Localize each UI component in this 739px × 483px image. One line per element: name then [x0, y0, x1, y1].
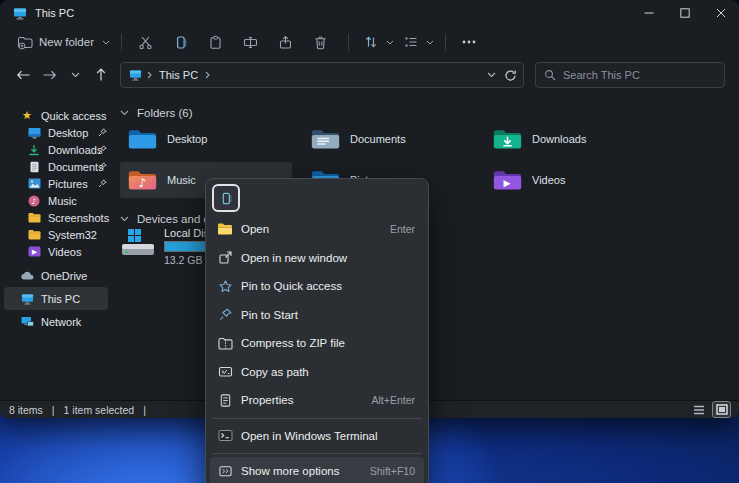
- titlebar: This PC: [0, 0, 739, 26]
- music-folder-icon: ♪: [127, 167, 158, 193]
- svg-text:♪: ♪: [138, 176, 146, 190]
- context-menu-item-open[interactable]: Open Enter: [210, 215, 424, 244]
- this-pc-icon: [129, 69, 142, 81]
- breadcrumb-this-pc[interactable]: This PC: [157, 69, 200, 81]
- devices-section-header[interactable]: Devices and dri: [120, 213, 216, 225]
- copy-icon: [219, 191, 233, 206]
- zip-folder-icon: [217, 337, 233, 350]
- paste-icon: [208, 35, 223, 50]
- paste-button[interactable]: [202, 29, 229, 55]
- sidebar-item-videos[interactable]: ▶ Videos: [0, 243, 112, 260]
- close-button[interactable]: [703, 0, 739, 26]
- window-controls: [631, 0, 739, 26]
- sidebar-item-network[interactable]: Network: [0, 313, 112, 330]
- sort-button[interactable]: [359, 29, 399, 55]
- view-button[interactable]: [399, 29, 439, 55]
- documents-folder-icon: [310, 126, 341, 152]
- desktop-icon: [27, 127, 41, 139]
- share-button[interactable]: [272, 29, 299, 55]
- chevron-down-icon: [120, 110, 129, 116]
- music-icon: ♪: [27, 195, 41, 207]
- this-pc-icon: [13, 7, 27, 20]
- context-menu-separator: [212, 453, 422, 454]
- toolbar-divider: [121, 34, 122, 51]
- context-menu-item-pin-to-start[interactable]: Pin to Start: [210, 301, 424, 330]
- desktop-folder-icon: [127, 126, 158, 152]
- sidebar-item-music[interactable]: ♪ Music: [0, 192, 112, 209]
- sidebar-item-onedrive[interactable]: OneDrive: [0, 267, 112, 284]
- see-more-button[interactable]: [456, 29, 483, 55]
- sidebar-item-pictures[interactable]: Pictures: [0, 175, 112, 192]
- sidebar-item-documents[interactable]: Documents: [0, 158, 112, 175]
- rename-button[interactable]: [237, 29, 264, 55]
- status-separator: |: [143, 404, 146, 416]
- large-icons-view-icon: [716, 404, 728, 415]
- copy-action-button[interactable]: [212, 184, 240, 212]
- context-menu-item-properties[interactable]: Properties Alt+Enter: [210, 386, 424, 415]
- sidebar-item-screenshots[interactable]: Screenshots: [0, 209, 112, 226]
- navigation-bar: This PC: [0, 58, 739, 96]
- terminal-icon: [217, 429, 233, 442]
- tile-videos[interactable]: ▶ Videos: [485, 162, 657, 198]
- videos-folder-icon: ▶: [492, 167, 523, 193]
- copy-icon: [173, 35, 188, 50]
- delete-button[interactable]: [307, 29, 334, 55]
- sidebar-item-this-pc[interactable]: This PC: [4, 287, 108, 310]
- open-new-window-icon: [217, 250, 233, 265]
- pin-icon: [98, 162, 107, 171]
- new-folder-button[interactable]: New folder: [12, 29, 115, 55]
- cut-button[interactable]: [132, 29, 159, 55]
- status-separator: |: [52, 404, 55, 416]
- folders-section-header[interactable]: Folders (6): [120, 107, 193, 119]
- breadcrumb-chevron-icon: [147, 71, 152, 79]
- up-button[interactable]: [88, 62, 114, 88]
- new-folder-label: New folder: [39, 36, 94, 48]
- sidebar-item-desktop[interactable]: Desktop: [0, 124, 112, 141]
- pin-icon: [98, 179, 107, 188]
- desktop: { "titlebar": { "title": "This PC" }, "t…: [0, 0, 739, 483]
- sidebar-item-system32[interactable]: System32: [0, 226, 112, 243]
- maximize-button[interactable]: [667, 0, 703, 26]
- address-bar[interactable]: This PC: [120, 62, 524, 88]
- context-menu-item-show-more-options[interactable]: Show more options Shift+F10: [210, 457, 424, 483]
- context-menu-item-open-in-windows-terminal[interactable]: Open in Windows Terminal: [210, 422, 424, 451]
- show-more-options-icon: [217, 464, 233, 478]
- large-icons-view-button[interactable]: [713, 402, 730, 417]
- context-menu-item-copy-as-path[interactable]: Copy as path: [210, 358, 424, 387]
- tile-desktop[interactable]: Desktop: [120, 121, 292, 157]
- context-menu-icon-row: [210, 183, 424, 215]
- toolbar-divider: [348, 34, 349, 51]
- new-folder-icon: [17, 35, 33, 50]
- network-icon: [20, 316, 34, 328]
- sidebar-item-quick-access[interactable]: ★ Quick access: [0, 107, 112, 124]
- context-menu-item-pin-to-quick-access[interactable]: Pin to Quick access: [210, 272, 424, 301]
- see-more-icon: [462, 40, 476, 44]
- navigation-pane: ★ Quick access Desktop Downloads Documen…: [0, 96, 112, 400]
- back-button[interactable]: [10, 62, 36, 88]
- chevron-down-icon: [120, 216, 129, 222]
- recent-locations-button[interactable]: [62, 62, 88, 88]
- search-input[interactable]: [563, 69, 716, 81]
- sidebar-item-downloads[interactable]: Downloads: [0, 141, 112, 158]
- refresh-icon[interactable]: [504, 69, 517, 82]
- context-menu-item-compress-to-zip[interactable]: Compress to ZIP file: [210, 329, 424, 358]
- context-menu-item-open-in-new-window[interactable]: Open in new window: [210, 244, 424, 273]
- items-count: 8 items: [9, 404, 43, 416]
- copy-button[interactable]: [167, 29, 194, 55]
- open-folder-icon: [217, 222, 233, 236]
- pin-icon: [98, 145, 107, 154]
- picture-icon: [27, 178, 41, 189]
- tile-downloads[interactable]: Downloads: [485, 121, 657, 157]
- forward-button[interactable]: [36, 62, 62, 88]
- view-icon: [404, 35, 418, 49]
- address-dropdown-chevron-icon[interactable]: [487, 72, 496, 78]
- search-box[interactable]: [535, 62, 725, 88]
- search-icon: [544, 69, 556, 81]
- rename-icon: [243, 35, 258, 50]
- chevron-down-icon: [102, 40, 110, 45]
- svg-text:♪: ♪: [31, 196, 36, 205]
- minimize-button[interactable]: [631, 0, 667, 26]
- details-view-button[interactable]: [690, 402, 707, 417]
- tile-documents[interactable]: Documents: [303, 121, 475, 157]
- pin-to-quick-access-star-icon: [217, 279, 233, 294]
